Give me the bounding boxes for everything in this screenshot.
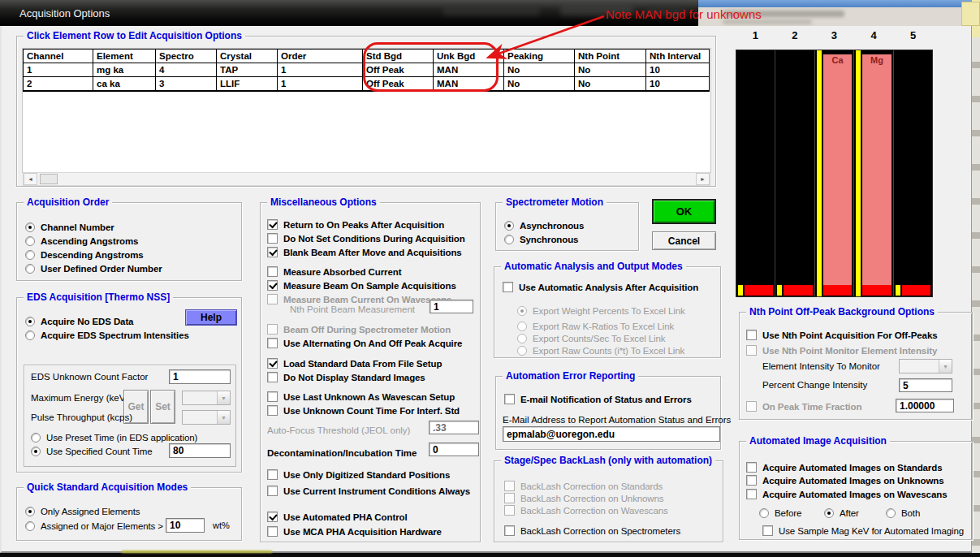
percent-change-input[interactable]: 5 xyxy=(899,378,952,392)
radio-icon xyxy=(25,264,35,274)
radio-acquire-no-eds[interactable]: Acquire No EDS Data xyxy=(25,315,133,327)
cell[interactable]: mg ka xyxy=(93,63,156,77)
decontamination-time-input[interactable]: 0 xyxy=(429,443,479,456)
major-threshold-input[interactable]: 10 xyxy=(166,518,205,533)
spectrometer-counts-bar xyxy=(823,285,852,296)
cell[interactable]: 2 xyxy=(24,77,93,91)
checkbox-load-standard-data[interactable]: Load Standard Data From File Setup xyxy=(267,357,442,369)
radio-assigned-or-major[interactable]: Assigned or Major Elements > xyxy=(25,520,163,532)
checkbox-images-on-unknowns[interactable]: Acquire Automated Images on Unknowns xyxy=(746,474,943,486)
spectrometer-column-1 xyxy=(736,50,775,296)
eds-settings-box: EDS Unknown Count Factor 1 Maximum Energ… xyxy=(24,365,236,467)
checkbox-current-conditions-always[interactable]: Use Current Instrument Conditions Always xyxy=(267,485,470,497)
checkbox-blank-beam[interactable]: Blank Beam After Move and Acquisitions xyxy=(267,246,462,258)
cell[interactable]: 1 xyxy=(278,77,363,91)
email-address-input[interactable]: epmalab@uoregon.edu xyxy=(503,426,720,442)
cell[interactable]: No xyxy=(504,77,575,91)
checkbox-box xyxy=(267,526,278,537)
checkbox-box xyxy=(746,345,757,356)
checkbox-no-set-conditions[interactable]: Do Not Set Conditions During Acquisition xyxy=(267,232,465,244)
checkbox-alternating-on-off[interactable]: Use Alternating On And Off Peak Acquire xyxy=(267,337,462,349)
radio-use-preset-time[interactable]: Use Preset Time (in EDS application) xyxy=(31,431,197,443)
time-fraction-input[interactable]: 1.00000 xyxy=(896,399,954,412)
checkbox-box xyxy=(267,358,278,369)
cell[interactable]: TAP xyxy=(217,63,278,77)
checkbox-box xyxy=(267,294,278,304)
radio-both[interactable]: Both xyxy=(886,507,920,519)
radio-icon xyxy=(25,317,35,326)
checkbox-backlash-spectrometers[interactable]: BackLash Correction on Spectrometers xyxy=(504,525,680,537)
cell[interactable]: LLIF xyxy=(217,77,278,91)
spectrometer-position-stripe xyxy=(738,285,743,296)
checkbox-sample-mag-kev[interactable]: Use Sample Mag KeV for Automated Imaging xyxy=(762,525,964,537)
checkbox-no-display-standard-images[interactable]: Do Not Display Standard Images xyxy=(267,371,425,383)
count-factor-input[interactable]: 1 xyxy=(169,369,231,384)
cell[interactable]: No xyxy=(504,63,575,77)
checkbox-box xyxy=(267,219,278,230)
col-header-peaking: Peaking xyxy=(504,50,575,63)
error-reporting-group: Automation Error Reporting E-mail Notifi… xyxy=(495,376,721,450)
checkbox-return-to-on-peaks[interactable]: Return to On Peaks After Acquisition xyxy=(267,218,444,231)
spectrometer-column-3: Ca xyxy=(814,50,853,296)
checkbox-box xyxy=(267,486,278,496)
count-time-input[interactable]: 80 xyxy=(169,443,231,458)
cell[interactable]: 4 xyxy=(156,63,217,77)
help-button[interactable]: Help xyxy=(185,309,237,326)
checkbox-automated-pha[interactable]: Use Automated PHA Control xyxy=(267,511,408,523)
background-sticky-note xyxy=(961,2,980,26)
radio-asynchronous[interactable]: Asynchronous xyxy=(504,219,584,231)
checkbox-images-on-standards[interactable]: Acquire Automated Images on Standards xyxy=(746,461,942,473)
cell[interactable]: 1 xyxy=(24,63,93,77)
checkbox-use-nth-point[interactable]: Use Nth Point Acquisition For Off-Peaks xyxy=(746,329,937,341)
cell[interactable]: 10 xyxy=(646,63,710,77)
dialog-titlebar[interactable]: Acquisition Options xyxy=(0,0,698,26)
radio-icon xyxy=(31,447,41,456)
cell[interactable]: 3 xyxy=(156,77,217,91)
radio-synchronous[interactable]: Synchronous xyxy=(504,233,578,245)
cell[interactable]: 10 xyxy=(646,77,710,91)
checkbox-measure-absorbed-current[interactable]: Measure Absorbed Current xyxy=(267,266,401,278)
nth-beam-input[interactable]: 1 xyxy=(430,300,473,313)
cell[interactable]: No xyxy=(575,63,646,77)
cell[interactable]: 1 xyxy=(278,63,363,77)
set-button: Set xyxy=(150,390,175,424)
checkbox-unknown-count-time-interf[interactable]: Use Unknown Count Time For Interf. Std xyxy=(267,404,460,417)
table-horizontal-scrollbar[interactable]: ◄ ► xyxy=(23,172,710,186)
checkbox-measure-beam-on-sample[interactable]: Measure Beam On Sample Acquisitions xyxy=(267,279,456,291)
checkbox-only-digitized-positions[interactable]: Use Only Digitized Standard Positions xyxy=(267,468,450,481)
checkbox-backlash-standards: BackLash Correction on Standards xyxy=(504,480,663,492)
radio-descending-angstroms[interactable]: Descending Angstroms xyxy=(25,248,144,261)
autofocus-threshold-input[interactable]: .33 xyxy=(429,421,479,434)
cell[interactable]: ca ka xyxy=(93,77,156,91)
checkbox-last-unknown-wavescan[interactable]: Use Last Unknown As Wavescan Setup xyxy=(267,391,455,403)
radio-icon xyxy=(504,235,514,244)
radio-icon xyxy=(25,330,35,340)
automated-image-group: Automated Image Acquisition Acquire Auto… xyxy=(739,441,973,540)
checkbox-email-notification[interactable]: E-mail Notification of Status and Errors xyxy=(504,393,692,405)
radio-acquire-eds-spectrum[interactable]: Acquire EDS Spectrum Intensities xyxy=(25,329,189,341)
scroll-left-icon[interactable]: ◄ xyxy=(24,173,37,185)
spectrometer-counts-bar xyxy=(902,285,930,296)
radio-use-specified-count-time[interactable]: Use Specified Count Time xyxy=(31,445,153,457)
radio-only-assigned[interactable]: Only Assigned Elements xyxy=(25,505,140,517)
chevron-down-icon: ▼ xyxy=(217,411,230,424)
radio-after[interactable]: After xyxy=(824,507,859,519)
backlash-label: Stage/Spec BackLash (only with automatio… xyxy=(501,455,715,466)
cancel-button[interactable]: Cancel xyxy=(652,231,716,250)
radio-before[interactable]: Before xyxy=(759,507,801,519)
spectrometer-scan-area: Ca xyxy=(823,54,852,285)
checkbox-images-on-wavescans[interactable]: Acquire Automated Images on Wavescans xyxy=(746,488,947,500)
checkbox-mca-pha-hardware[interactable]: Use MCA PHA Acquisition Hardware xyxy=(267,525,442,538)
cell[interactable]: No xyxy=(575,77,646,91)
radio-ascending-angstroms[interactable]: Ascending Angstroms xyxy=(25,235,138,247)
ok-button[interactable]: OK xyxy=(652,199,716,224)
scroll-right-icon[interactable]: ► xyxy=(696,173,710,185)
checkbox-use-automatic-analysis[interactable]: Use Automatic Analysis After Acquisition xyxy=(503,281,698,293)
acquisition-order-group: Acquisition Order Channel Number Ascendi… xyxy=(16,202,242,281)
radio-channel-number[interactable]: Channel Number xyxy=(25,221,114,233)
error-reporting-label: Automation Error Reporting xyxy=(503,370,638,382)
col-header-nth-point: Nth Point xyxy=(575,50,646,63)
scrollbar-thumb[interactable] xyxy=(40,174,58,184)
checkbox-box xyxy=(267,266,278,277)
radio-user-defined-order[interactable]: User Defined Order Number xyxy=(25,262,162,274)
